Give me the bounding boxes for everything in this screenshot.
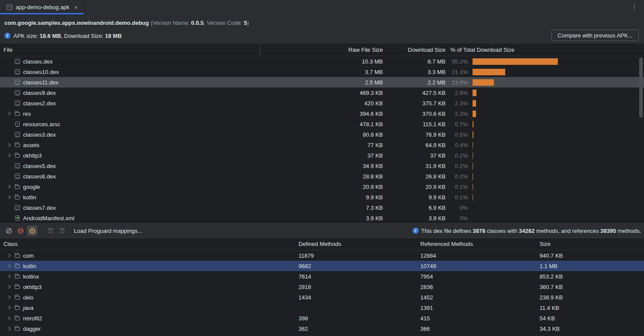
tab-close-icon[interactable]: × [74, 4, 78, 10]
referenced-methods: 366 [420, 326, 540, 332]
show-all-methods-icon [30, 228, 35, 234]
load-proguard-mappings-button[interactable]: Load Proguard mappings... [74, 228, 142, 234]
file-name: classes2.dex [23, 100, 56, 107]
compare-with-previous-apk-button[interactable]: Compare with previous APK... [551, 30, 639, 41]
file-table-body: classes.dex 10.3 MB 8.7 MB 55.2% classes… [0, 56, 644, 223]
tab-app-demo-debug-apk[interactable]: app-demo-debug.apk × [0, 0, 84, 14]
chevron-right-icon[interactable] [4, 192, 14, 202]
download-pct-bar [473, 100, 476, 107]
column-header-raw-file-size[interactable]: Raw File Size [260, 47, 383, 53]
folder-icon [14, 194, 21, 201]
file-table-row[interactable]: assets 77 KB 64.9 KB 0.4% [0, 140, 644, 150]
package-folder-icon [14, 315, 21, 322]
column-header-referenced-methods[interactable]: Referenced Methods [420, 241, 540, 247]
download-size: 26.8 KB [383, 173, 446, 180]
dex-file-icon [14, 173, 21, 180]
class-table-header: Class Defined Methods Referenced Methods… [0, 238, 644, 250]
download-pct-bar [473, 69, 505, 75]
referenced-methods: 1452 [420, 294, 540, 301]
file-table-row[interactable]: resources.arsc 478.1 KB 115.1 KB 0.7% [0, 119, 644, 129]
show-referenced-nodes-icon [18, 228, 23, 234]
chevron-right-icon[interactable] [4, 250, 14, 261]
collapse-all-button[interactable] [57, 225, 67, 236]
class-table-row[interactable]: retrofit2 398 415 54 KB [0, 313, 644, 323]
class-table-row[interactable]: com 11879 12884 940.7 KB [0, 250, 644, 261]
column-header-file[interactable]: File [0, 44, 260, 56]
column-header-defined-methods[interactable]: Defined Methods [299, 241, 420, 247]
file-table-row[interactable]: classes.dex 10.3 MB 8.7 MB 55.2% [0, 56, 644, 67]
download-pct: 0.1% [446, 194, 468, 201]
download-pct: 0.2% [446, 173, 468, 180]
file-table-row[interactable]: AndroidManifest.xml 3.9 KB 3.9 KB 0% [0, 213, 644, 223]
file-table-row[interactable]: classes11.dex 2.5 MB 2.2 MB 13.9% [0, 77, 644, 87]
chevron-right-icon[interactable] [4, 282, 14, 292]
class-table-row[interactable]: dagger 362 366 34.3 KB [0, 323, 644, 334]
file-table-row[interactable]: classes6.dex 28.8 KB 26.8 KB 0.2% [0, 171, 644, 181]
file-table-row[interactable]: classes10.dex 3.7 MB 3.3 MB 21.1% [0, 67, 644, 77]
file-table-row[interactable]: classes3.dex 80.8 KB 76.9 KB 0.5% [0, 129, 644, 140]
column-header-pct-of-total-download-size[interactable]: % of Total Download Size [446, 47, 644, 53]
class-name: dagger [23, 326, 40, 332]
file-table-row[interactable]: classes2.dex 420 KB 375.7 KB 2.3% [0, 98, 644, 108]
raw-file-size: 3.7 MB [260, 69, 383, 75]
chevron-right-icon[interactable] [4, 140, 14, 150]
show-referenced-nodes-button[interactable] [15, 225, 26, 236]
info-icon: i [4, 33, 10, 39]
package-folder-icon [14, 304, 21, 311]
package-folder-icon [14, 294, 21, 301]
chevron-right-icon[interactable] [4, 181, 14, 192]
file-name: classes10.dex [23, 69, 59, 75]
class-name: kotlin [23, 263, 36, 269]
dex-info-part: classes with [485, 228, 519, 234]
column-header-class[interactable]: Class [0, 241, 299, 247]
class-table-row[interactable]: java 1391 11.4 KB [0, 302, 644, 313]
class-table-row[interactable]: okio 1434 1452 238.9 KB [0, 292, 644, 302]
tab-label: app-demo-debug.apk [16, 4, 70, 10]
download-pct: 0.4% [446, 142, 468, 148]
chevron-right-icon[interactable] [4, 323, 14, 334]
class-name: okio [23, 294, 34, 301]
collapse-all-icon [59, 228, 65, 234]
download-size-value: 18 MB [105, 33, 121, 39]
package-folder-icon [14, 252, 21, 259]
folder-icon [14, 152, 21, 159]
file-table-row[interactable]: classes7.dex 7.3 KB 6.9 KB 0% [0, 202, 644, 213]
raw-file-size: 9.9 KB [260, 194, 383, 201]
download-size: 370.6 KB [383, 111, 446, 117]
chevron-right-icon[interactable] [4, 261, 14, 271]
file-table-row[interactable]: google 20.9 KB 20.9 KB 0.1% [0, 181, 644, 192]
show-all-methods-button[interactable] [27, 225, 37, 236]
expand-all-button[interactable] [45, 225, 56, 236]
chevron-right-icon[interactable] [4, 302, 14, 313]
class-table-row[interactable]: okhttp3 2818 2836 360.7 KB [0, 282, 644, 292]
chevron-right-icon[interactable] [4, 292, 14, 302]
file-table-row[interactable]: classes9.dex 469.3 KB 427.5 KB 2.6% [0, 87, 644, 98]
dex-file-icon [14, 100, 21, 107]
vertical-scrollbar-thumb[interactable] [639, 57, 643, 118]
download-pct-bar [473, 152, 473, 159]
tab-options-kebab-icon[interactable]: ⋮ [631, 0, 638, 14]
file-table-row[interactable]: okhttp3 37 KB 37 KB 0.2% [0, 150, 644, 161]
show-removed-nodes-button[interactable] [3, 225, 14, 236]
chevron-right-icon[interactable] [4, 313, 14, 323]
defined-methods: 7614 [299, 273, 420, 280]
file-table-row[interactable]: res 394.6 KB 370.6 KB 2.3% [0, 108, 644, 119]
download-size: 3.9 KB [383, 215, 446, 222]
download-pct: 0% [446, 205, 468, 211]
version-label-sep: , Version Code: [204, 20, 244, 26]
chevron-right-icon[interactable] [4, 271, 14, 282]
raw-file-size: 28.8 KB [260, 173, 383, 180]
raw-file-size: 77 KB [260, 142, 383, 148]
class-table-row[interactable]: kotlin 9682 10749 1.1 MB [0, 261, 644, 271]
chevron-right-icon[interactable] [4, 150, 14, 161]
file-table-row[interactable]: classes5.dex 34.9 KB 31.9 KB 0.2% [0, 161, 644, 171]
chevron-right-icon[interactable] [4, 108, 14, 119]
file-table-row[interactable]: kotlin 9.9 KB 9.9 KB 0.1% [0, 192, 644, 202]
column-header-size[interactable]: Size [540, 241, 644, 247]
column-header-download-size[interactable]: Download Size [383, 47, 446, 53]
file-name: classes11.dex [23, 79, 58, 86]
class-table-row[interactable]: kotlinx 7614 7954 853.2 KB [0, 271, 644, 282]
file-name: classes5.dex [23, 163, 56, 169]
dex-file-icon [14, 131, 21, 138]
class-size: 853.2 KB [540, 273, 644, 280]
